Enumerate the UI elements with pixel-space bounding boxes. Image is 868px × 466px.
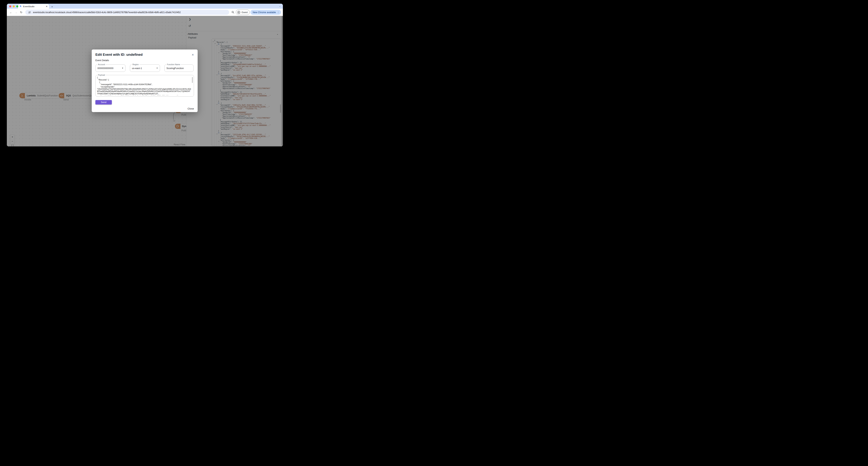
textarea-scrollbar-thumb[interactable] [192,77,193,83]
dropdown-arrow-icon: ▼ [122,67,123,69]
new-tab-button[interactable]: + [51,5,53,8]
tab-strip-chevron-icon[interactable]: ⌄ [279,5,281,7]
account-select[interactable]: Account 000000000000 ▼ [95,64,125,72]
tab-eventstudio[interactable]: EventStudio ✕ [18,4,49,9]
reload-button[interactable]: ↻ [19,10,24,14]
edit-event-modal: Edit Event with ID: undefined ✕ Event De… [92,50,197,112]
account-value: 000000000000 [97,67,121,69]
payload-field: Payload { "Records": [ { "messageId": "6… [95,75,194,96]
minimize-window-button[interactable] [13,5,15,7]
browser-window: EventStudio ✕ + ⌄ ← → ↻ eventstudio.loca… [7,4,283,146]
update-pill-label: New Chrome available [253,11,276,14]
browser-tab-strip: EventStudio ✕ + ⌄ [7,4,283,9]
browser-menu-icon[interactable]: ⋮ [277,11,279,14]
region-select[interactable]: Region us-east-1 ▼ [130,64,160,72]
profile-chip[interactable]: Guest [236,9,250,15]
zoom-out-page-icon[interactable] [231,10,235,14]
guest-avatar-icon [237,11,241,14]
modal-title: Edit Event with ID: undefined [95,53,143,57]
function-name-field[interactable]: Function Name ScoringFunction [164,64,193,72]
region-label: Region [132,63,139,65]
close-button[interactable]: Close [187,107,194,110]
tab-close-icon[interactable]: ✕ [46,5,48,7]
region-value: us-east-1 [132,67,155,69]
tab-title: EventStudio [23,5,45,7]
close-icon[interactable]: ✕ [191,53,194,56]
function-name-value: ScoringFunction [166,67,191,69]
forward-button[interactable]: → [14,10,18,14]
profile-label: Guest [242,11,248,14]
account-label: Account [97,63,106,65]
site-settings-icon[interactable] [28,10,32,14]
eventstudio-favicon-icon [20,5,22,8]
function-name-label: Function Name [166,63,181,65]
payload-field-label: Payload [97,74,106,76]
url-text: eventstudio.localhost.localstack.cloud:4… [33,11,181,14]
payload-textarea[interactable]: { "Records": [ { "messageId": "65032221-… [97,77,191,95]
dropdown-arrow-icon: ▼ [156,67,158,69]
zoom-window-button[interactable] [16,5,18,7]
browser-toolbar: ← → ↻ eventstudio.localhost.localstack.c… [7,9,283,16]
window-controls [9,5,18,7]
send-button[interactable]: Send [95,100,112,105]
chrome-update-pill[interactable]: New Chrome available ⋮ [250,10,281,15]
event-details-label: Event Details [95,59,194,62]
close-window-button[interactable] [9,5,11,7]
back-button[interactable]: ← [9,10,13,14]
address-bar[interactable]: eventstudio.localhost.localstack.cloud:4… [25,10,229,15]
